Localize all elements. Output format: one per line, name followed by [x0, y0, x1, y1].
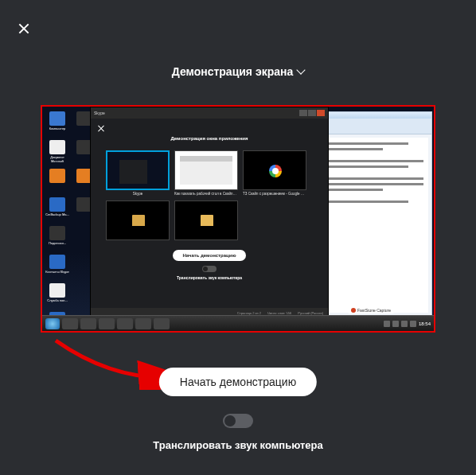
taskbar: 18:54 [42, 315, 434, 331]
clock: 18:54 [419, 321, 431, 326]
dialog-title-row[interactable]: Демонстрация экрана [0, 65, 476, 78]
desktop-icon: Подключи... [45, 226, 69, 250]
desktop-icon [45, 169, 69, 193]
desktop-background: Компьютер Документ Microsoft CmBackup Ma… [42, 107, 434, 331]
tray-icon [410, 321, 416, 327]
screen-preview[interactable]: Компьютер Документ Microsoft CmBackup Ma… [41, 105, 435, 333]
taskbar-item [62, 318, 78, 329]
skype-app-title: Skype [94, 111, 105, 115]
word-ribbon [314, 119, 431, 134]
taskbar-item [135, 318, 151, 329]
inner-start-button: Начать демонстрацию [173, 250, 245, 261]
word-titlebar [314, 112, 431, 119]
desktop-icon: CmBackup Ma... [45, 197, 69, 221]
taskbar-item [99, 318, 115, 329]
desktop-icon: Контакты Skype [45, 255, 69, 278]
skype-titlebar: Skype [91, 107, 328, 119]
tray-icon [392, 321, 399, 327]
dialog-title: Демонстрация экрана [172, 65, 294, 78]
desktop-icon: Документ Microsoft [45, 140, 69, 164]
window-thumbnail: Как показать рабочий стол в Скайпе… [174, 150, 238, 196]
tray-icon [384, 321, 390, 327]
word-document-body [317, 138, 428, 313]
inner-close-icon [97, 125, 105, 133]
window-thumbnail: ТЗ Скайп с разрешением - Google Докум… [243, 150, 306, 196]
taskbar-item [154, 318, 170, 329]
window-thumbnail-grid: Skype Как показать рабочий стол в Скайпе… [106, 150, 313, 242]
window-thumbnail [174, 201, 238, 242]
faststone-capture-badge: FastStone Capture [348, 307, 394, 313]
inner-audio-label: Транслировать звук компьютера [91, 275, 328, 280]
system-tray: 18:54 [384, 321, 431, 327]
skype-dialog-window: Skype Демонстрация окна приложения Skype… [90, 107, 329, 318]
close-icon[interactable] [18, 22, 30, 35]
start-sharing-button[interactable]: Начать демонстрацию [159, 368, 317, 396]
window-buttons [299, 110, 325, 116]
tray-icon [401, 321, 408, 327]
capture-dot-icon [351, 308, 356, 313]
inner-heading: Демонстрация окна приложения [91, 136, 328, 141]
desktop-icon: Компьютер [45, 111, 69, 135]
window-thumbnail [106, 201, 170, 242]
start-button-icon [45, 318, 60, 329]
chevron-down-icon [297, 65, 306, 74]
taskbar-item [80, 318, 96, 329]
maximize-icon [308, 110, 316, 116]
inner-audio-toggle [202, 266, 217, 272]
taskbar-item [117, 318, 133, 329]
minimize-icon [299, 110, 307, 116]
audio-toggle[interactable] [223, 414, 253, 428]
window-thumbnail: Skype [106, 150, 170, 196]
audio-toggle-label: Транслировать звук компьютера [0, 439, 476, 451]
word-window [313, 111, 432, 317]
close-window-icon [317, 110, 325, 116]
desktop-icons-column-1: Компьютер Документ Microsoft CmBackup Ma… [45, 111, 71, 333]
desktop-icon: Служба пол... [45, 283, 69, 307]
